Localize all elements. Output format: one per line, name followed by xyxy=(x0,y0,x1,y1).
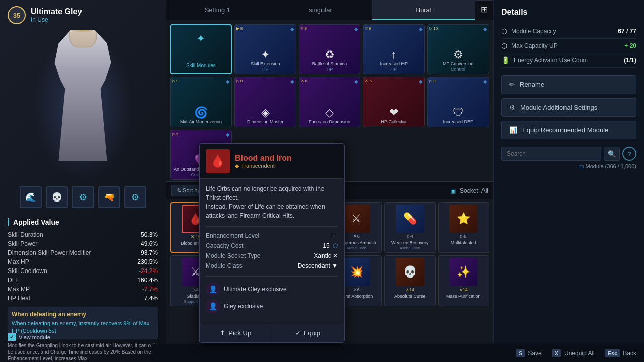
enemy-title: When defeating an enemy xyxy=(12,311,154,318)
midair-maneuver-card[interactable]: ▷9 ◆ 🌀 Mid-Air Maneuvering xyxy=(170,77,232,127)
tab-burst[interactable]: Burst xyxy=(372,0,475,20)
exclusive-item-2: 👤 Gley exclusive xyxy=(206,298,338,315)
applied-title: Applied Value xyxy=(8,218,158,226)
stat-hp-heal: HP Heal 7.4% xyxy=(8,294,158,303)
details-title: Details xyxy=(501,8,636,17)
gley-avatar: 👤 xyxy=(206,299,220,313)
absolute-curse-icon: 💀 xyxy=(396,258,424,286)
skill-icon-3[interactable]: ⚙ xyxy=(72,186,94,208)
additional-settings-button[interactable]: ⚙ Module Additional Settings xyxy=(501,98,636,117)
details-panel: Details ⬡ Module Capacity 67 / 77 ⬡ Max … xyxy=(493,0,644,362)
module-capacity-row: ⬡ Module Capacity 67 / 77 xyxy=(501,24,636,39)
tooltip-body: Life Orbs can no longer be acquired with… xyxy=(200,179,344,320)
blood-iron-tooltip: 🩸 Blood and Iron ◆ Transcendent Life Orb… xyxy=(199,143,345,343)
stat-cooldown: Skill Cooldown -24.2% xyxy=(8,266,158,276)
character-name: Ultimate Gley xyxy=(31,7,82,16)
stat-max-hp: Max HP 230.5% xyxy=(8,257,158,266)
tabs: Setting 1 singular Burst ⊞ xyxy=(166,0,493,20)
stat-skill-duration: Skill Duration 50.3% xyxy=(8,230,158,239)
bottom-bar: S Save X Unequip All Esc Back xyxy=(151,344,644,362)
tab-singular[interactable]: singular xyxy=(269,0,372,20)
search-input[interactable] xyxy=(501,147,601,161)
socket-indicator: ◆ xyxy=(290,26,294,32)
recommend-module-button[interactable]: 📊 Equip Recommended Module xyxy=(501,121,636,139)
module-desc: Modifies the Grappling Hook to be cast m… xyxy=(8,342,158,362)
exclusive-item-1: 👤 Ultimate Gley exclusive xyxy=(206,281,338,298)
character-header: 35 Ultimate Gley In Use xyxy=(0,0,166,30)
tooltip-description: Life Orbs can no longer be acquired with… xyxy=(206,184,338,220)
equip-icon: ✓ xyxy=(295,329,301,337)
mp-conversion-card[interactable]: ▷10 ◆ ⚙ MP Conversion Control xyxy=(427,24,489,74)
rename-icon: ✏ xyxy=(509,81,515,88)
tooltip-actions: ⬆ Pick Up ✓ Equip xyxy=(200,324,344,342)
tab-setting1[interactable]: Setting 1 xyxy=(166,0,269,20)
weaken-recovery-icon: 💊 xyxy=(396,205,424,233)
rename-button[interactable]: ✏ Rename xyxy=(501,75,636,94)
energy-activator-row: 🔋 Energy Activator Use Count (1/1) xyxy=(501,53,636,68)
max-capacity-row: ⬡ Max Capacity UP + 20 xyxy=(501,39,636,53)
stat-skill-power: Skill Power 49.6% xyxy=(8,239,158,248)
skill-icon-2[interactable]: 💀 xyxy=(46,186,68,208)
enhancement-level-row: Enhancement Level — xyxy=(206,231,338,241)
skill-icon-1[interactable]: 🌊 xyxy=(20,186,42,208)
tooltip-module-name: Blood and Iron xyxy=(235,154,292,163)
help-button[interactable]: ? xyxy=(622,147,636,161)
skill-icon-4[interactable]: 🔫 xyxy=(98,186,120,208)
dangerous-ambush-icon: ⚔ xyxy=(342,205,370,233)
battle-stamina-card[interactable]: ©8 ◆ ♻ Battle of Stamina HP xyxy=(299,24,361,74)
capacity-icon: ⬡ xyxy=(501,27,507,35)
in-use-badge: In Use xyxy=(31,16,82,23)
stat-max-mp: Max MP -7.7% xyxy=(8,285,158,294)
rarity-gem: ▶8 xyxy=(236,26,243,31)
search-button[interactable]: 🔍 xyxy=(604,147,620,161)
mass-purification-icon: ✨ xyxy=(449,258,477,286)
character-image xyxy=(33,30,133,181)
focus-dimension-card[interactable]: ✕8 ◆ ◇ Focus on Dimension xyxy=(299,77,361,127)
char-icons: 🌊 💀 ⚙ 🔫 ⚙ xyxy=(0,181,166,213)
stat-def: DEF 160.4% xyxy=(8,276,158,285)
view-module-btn[interactable]: ✓ View module xyxy=(8,333,50,341)
tooltip-stats: Enhancement Level — Capacity Cost 15 ⬡ M… xyxy=(206,226,338,271)
skill-icon-5[interactable]: ⚙ xyxy=(124,186,146,208)
tooltip-exclusive: 👤 Ultimate Gley exclusive 👤 Gley exclusi… xyxy=(206,276,338,315)
capacity-cost-row: Capacity Cost 15 ⬡ xyxy=(206,241,338,251)
module-class-row: Module Class Descendant ▼ xyxy=(206,261,338,271)
search-bar: 🔍 ? xyxy=(501,147,636,161)
save-key: S xyxy=(516,349,525,357)
stat-dimension: Dimension Skill Power Modifier 93.7% xyxy=(8,248,158,257)
skill-modules-card[interactable]: ✦ Skill Modules xyxy=(170,24,232,74)
ult-gley-avatar: 👤 xyxy=(206,282,220,296)
mass-purification-item[interactable]: ✨ ∧14 Mass Purification xyxy=(438,255,490,306)
multitalented-item[interactable]: ⭐ ▷6 Multitalented xyxy=(438,202,490,253)
unequip-key: X xyxy=(552,349,561,357)
pickup-icon: ⬆ xyxy=(220,329,225,337)
unequip-action: X Unequip All xyxy=(552,349,595,357)
skill-extension-card[interactable]: ▶8 ◆ ✦ Skill Extension HP xyxy=(234,24,296,74)
tooltip-module-icon: 🩸 xyxy=(206,149,230,173)
socket-type-row: Module Socket Type Xantic ✕ xyxy=(206,251,338,261)
module-count: 🗃 Module (366 / 1,000) xyxy=(501,163,636,169)
max-capacity-icon: ⬡ xyxy=(501,42,507,50)
hp-collector-card[interactable]: ✕6 ◆ ❤ HP Collector xyxy=(363,77,425,127)
tooltip-rarity: ◆ Transcendent xyxy=(235,163,292,169)
increased-def-card[interactable]: ▷8 ◆ 🛡 Increased DEF xyxy=(427,77,489,127)
energy-icon: 🔋 xyxy=(501,56,510,64)
increased-hp-card[interactable]: ©8 ◆ ↑ Increased HP HP xyxy=(363,24,425,74)
tab-grid[interactable]: ⊞ xyxy=(475,0,493,18)
absolute-curse-item[interactable]: 💀 ∧14 Absolute Curse xyxy=(384,255,436,306)
equip-button[interactable]: ✓ Equip xyxy=(272,324,344,342)
burst-absorption-icon: 💥 xyxy=(342,258,370,286)
settings-icon: ⚙ xyxy=(509,104,515,111)
back-action: Esc Back xyxy=(605,349,636,357)
recommend-icon: 📊 xyxy=(509,126,517,134)
tooltip-header: 🩸 Blood and Iron ◆ Transcendent xyxy=(200,144,344,179)
character-panel: 35 Ultimate Gley In Use 🌊 💀 ⚙ 🔫 ⚙ Applie… xyxy=(0,0,166,362)
details-buttons: ✏ Rename ⚙ Module Additional Settings 📊 … xyxy=(501,75,636,139)
pickup-button[interactable]: ⬆ Pick Up xyxy=(200,324,272,342)
save-action: S Save xyxy=(516,349,542,357)
dimension-master-card[interactable]: ▷8 ◆ ◈ Dimension Master xyxy=(234,77,296,127)
socket-selector: ▣ Socket: All xyxy=(450,187,488,194)
weaken-recovery-item[interactable]: 💊 ▷4 Weaken Recovery Arche Tech xyxy=(384,202,436,253)
level-badge: 35 xyxy=(8,6,26,24)
back-key: Esc xyxy=(605,349,621,357)
